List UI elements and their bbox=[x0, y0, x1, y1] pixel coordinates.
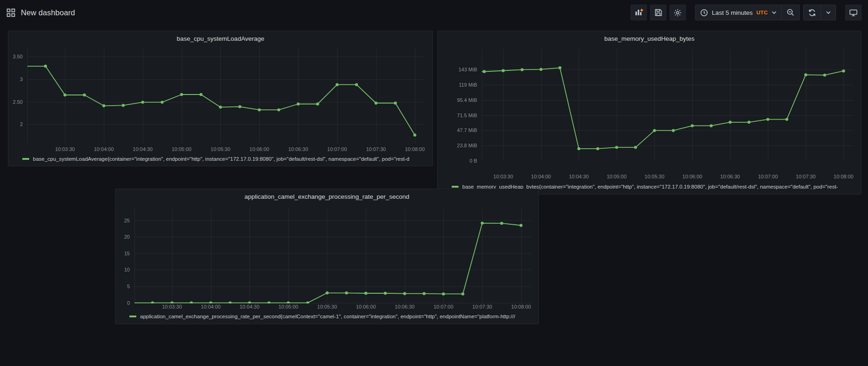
y-axis-tick-label: 2.50 bbox=[8, 99, 23, 105]
x-axis-tick-label: 10:05:00 bbox=[278, 304, 298, 309]
x-axis-tick-label: 10:05:00 bbox=[606, 174, 626, 179]
y-axis-tick-label: 25 bbox=[115, 218, 130, 223]
refresh-interval-dropdown[interactable] bbox=[821, 5, 836, 20]
x-axis-tick-label: 10:04:30 bbox=[133, 146, 153, 152]
panel-title[interactable]: base_cpu_systemLoadAverage bbox=[8, 35, 433, 42]
y-axis-tick-label: 3 bbox=[8, 76, 23, 82]
x-axis-tick-label: 10:05:30 bbox=[211, 146, 230, 152]
add-panel-icon bbox=[634, 8, 644, 17]
x-axis-tick-label: 10:06:00 bbox=[356, 304, 376, 309]
add-panel-button[interactable] bbox=[631, 5, 647, 20]
time-range-picker[interactable]: Last 5 minutes UTC bbox=[696, 5, 781, 20]
x-axis-tick-label: 10:04:30 bbox=[240, 304, 260, 309]
gear-icon bbox=[673, 8, 682, 17]
cpu-chart-plot[interactable] bbox=[27, 47, 425, 144]
x-axis-tick-label: 10:06:00 bbox=[683, 174, 702, 179]
x-axis-tick-label: 10:07:30 bbox=[796, 174, 816, 179]
x-axis-tick-label: 10:06:00 bbox=[249, 146, 269, 152]
y-axis-tick-label: 15 bbox=[115, 251, 130, 256]
y-axis-tick-label: 0 bbox=[115, 300, 130, 306]
x-axis-tick-label: 10:04:00 bbox=[531, 174, 551, 179]
time-range-label: Last 5 minutes bbox=[712, 9, 753, 16]
legend-label: base_cpu_systemLoadAverage{container="in… bbox=[33, 156, 409, 162]
y-axis-tick-label: 95.4 MiB bbox=[438, 97, 477, 103]
x-axis-tick-label: 10:06:30 bbox=[288, 146, 308, 152]
save-icon bbox=[654, 8, 663, 17]
x-axis-tick-label: 10:07:00 bbox=[434, 304, 453, 309]
y-axis-tick-label: 2 bbox=[8, 121, 23, 127]
y-axis-tick-label: 5 bbox=[115, 284, 130, 289]
x-axis-tick-label: 10:03:30 bbox=[55, 146, 75, 152]
x-axis-tick-label: 10:05:30 bbox=[645, 174, 664, 179]
panel-camel-exchange-rate: application_camel_exchange_processing_ra… bbox=[115, 189, 539, 324]
x-axis-tick-label: 10:08:00 bbox=[511, 304, 531, 309]
y-axis-tick-label: 20 bbox=[115, 234, 130, 240]
clock-icon bbox=[700, 9, 708, 17]
y-axis-tick-label: 119 MiB bbox=[438, 82, 477, 88]
x-axis-tick-label: 10:07:30 bbox=[472, 304, 492, 309]
refresh-button[interactable] bbox=[804, 5, 821, 20]
y-axis-tick-label: 10 bbox=[115, 267, 130, 272]
page-title: New dashboard bbox=[21, 8, 75, 17]
y-axis-tick-label: 143 MiB bbox=[438, 67, 477, 72]
x-axis-tick-label: 10:03:30 bbox=[493, 174, 513, 179]
legend-item[interactable]: application_camel_exchange_processing_ra… bbox=[129, 314, 534, 319]
refresh-icon bbox=[808, 9, 816, 17]
y-axis-tick-label: 71.5 MiB bbox=[438, 113, 477, 118]
x-axis-tick-label: 10:03:30 bbox=[162, 304, 182, 309]
x-axis-tick-label: 10:07:00 bbox=[758, 174, 778, 179]
panel-cpu-system-load-average: base_cpu_systemLoadAverage base_cpu_syst… bbox=[8, 31, 433, 166]
y-axis-tick-label: 23.8 MiB bbox=[438, 143, 477, 148]
x-axis-tick-label: 10:06:30 bbox=[720, 174, 740, 179]
y-axis-tick-label: 0 B bbox=[438, 158, 477, 164]
y-axis-tick-label: 3.50 bbox=[8, 54, 23, 59]
zoom-out-button[interactable] bbox=[781, 5, 799, 20]
panel-memory-used-heap: base_memory_usedHeap_bytes base_memory_u… bbox=[437, 31, 862, 195]
legend-label: application_camel_exchange_processing_ra… bbox=[140, 314, 515, 319]
x-axis-tick-label: 10:04:30 bbox=[569, 174, 589, 179]
rate-chart-plot[interactable] bbox=[134, 209, 531, 303]
memory-chart-plot[interactable] bbox=[482, 49, 854, 161]
monitor-icon bbox=[849, 9, 858, 17]
legend-swatch bbox=[452, 186, 459, 188]
x-axis-tick-label: 10:05:30 bbox=[317, 304, 337, 309]
panel-title[interactable]: base_memory_usedHeap_bytes bbox=[438, 35, 861, 42]
x-axis-tick-label: 10:08:00 bbox=[834, 174, 854, 179]
x-axis-tick-label: 10:05:00 bbox=[172, 146, 191, 152]
legend-swatch bbox=[22, 158, 29, 160]
chevron-down-icon bbox=[826, 11, 831, 14]
y-axis-tick-label: 47.7 MiB bbox=[438, 127, 477, 133]
tv-mode-button[interactable] bbox=[845, 5, 862, 20]
chevron-down-icon bbox=[772, 11, 777, 14]
apps-grid-icon[interactable] bbox=[6, 8, 15, 17]
x-axis-tick-label: 10:07:00 bbox=[327, 146, 347, 152]
x-axis-tick-label: 10:04:00 bbox=[201, 304, 221, 309]
x-axis-tick-label: 10:08:00 bbox=[405, 146, 425, 152]
save-dashboard-button[interactable] bbox=[650, 5, 666, 20]
x-axis-tick-label: 10:04:00 bbox=[94, 146, 114, 152]
x-axis-tick-label: 10:07:30 bbox=[366, 146, 386, 152]
zoom-out-icon bbox=[786, 8, 795, 17]
dashboard-settings-button[interactable] bbox=[670, 5, 686, 20]
legend-swatch bbox=[129, 316, 136, 317]
dashboard-header: New dashboard bbox=[0, 0, 868, 25]
x-axis-tick-label: 10:06:30 bbox=[395, 304, 415, 309]
panel-title[interactable]: application_camel_exchange_processing_ra… bbox=[115, 193, 538, 200]
legend-item[interactable]: base_cpu_systemLoadAverage{container="in… bbox=[22, 156, 428, 162]
timezone-badge: UTC bbox=[756, 10, 768, 15]
